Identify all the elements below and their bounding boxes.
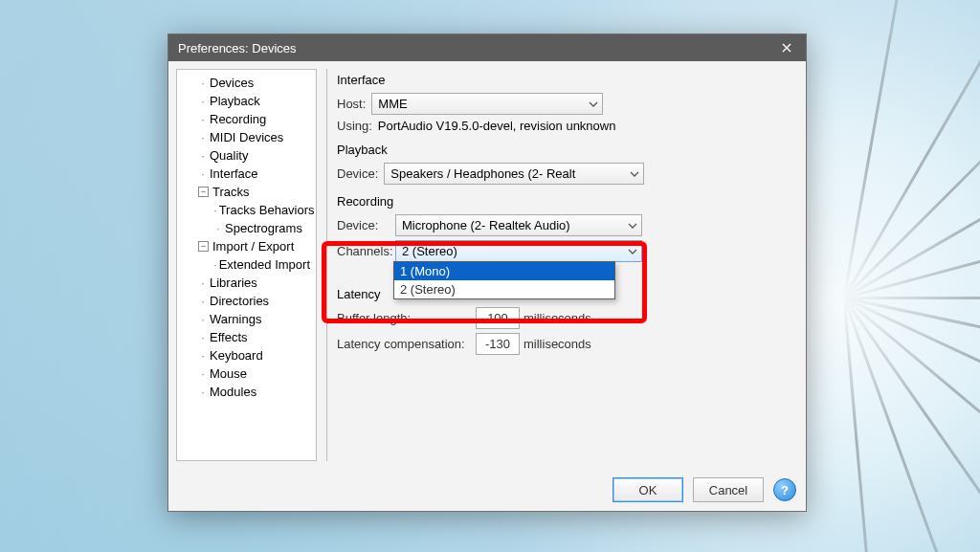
latency-comp-input[interactable]: -130: [476, 333, 520, 355]
tree-item-effects[interactable]: ·Effects: [177, 328, 316, 346]
tree-item-label: Mouse: [210, 366, 247, 381]
tree-item-keyboard[interactable]: ·Keyboard: [177, 346, 316, 364]
playback-device-select[interactable]: Speakers / Headphones (2- Realt: [384, 163, 644, 185]
tree-item-label: Interface: [210, 166, 258, 181]
latency-comp-unit: milliseconds: [523, 337, 591, 351]
tree-item-label: Recording: [210, 112, 266, 126]
tree-item-directories[interactable]: ·Directories: [177, 292, 316, 310]
tree-item-label: Extended Import: [219, 257, 310, 272]
ok-button[interactable]: OK: [612, 477, 683, 502]
tree-item-spectrograms[interactable]: ·Spectrograms: [177, 219, 316, 237]
tree-item-label: MIDI Devices: [210, 130, 283, 144]
buffer-length-unit: milliseconds: [523, 311, 591, 325]
ok-label: OK: [639, 483, 657, 497]
tree-item-midi-devices[interactable]: ·MIDI Devices: [177, 128, 316, 146]
channels-dropdown[interactable]: 1 (Mono) 2 (Stereo): [393, 261, 615, 299]
tree-item-tracks[interactable]: −Tracks: [177, 183, 316, 201]
recording-device-label: Device:: [337, 218, 390, 232]
tree-item-label: Playback: [210, 94, 260, 108]
chevron-down-icon: [589, 99, 598, 109]
collapse-icon[interactable]: −: [198, 241, 209, 252]
chevron-down-icon: [628, 221, 637, 231]
tree-item-label: Tracks Behaviors: [219, 203, 315, 217]
tree-item-recording[interactable]: ·Recording: [177, 110, 316, 128]
tree-item-import-export[interactable]: −Import / Export: [177, 237, 316, 255]
buffer-length-label: Buffer length:: [337, 311, 466, 325]
latency-comp-label: Latency compensation:: [337, 337, 466, 351]
group-title: Playback: [337, 143, 798, 157]
recording-device-value: Microphone (2- Realtek Audio): [402, 218, 570, 232]
using-value: PortAudio V19.5.0-devel, revision unknow…: [378, 119, 616, 133]
channels-option-stereo[interactable]: 2 (Stereo): [394, 280, 614, 298]
collapse-icon[interactable]: −: [198, 187, 209, 197]
titlebar[interactable]: Preferences: Devices: [168, 34, 806, 61]
preferences-dialog: Preferences: Devices ·Devices·Playback·R…: [167, 33, 807, 512]
window-title: Preferences: Devices: [178, 41, 297, 55]
chevron-down-icon: [628, 247, 637, 256]
channels-label: Channels:: [337, 244, 390, 258]
playback-device-value: Speakers / Headphones (2- Realt: [390, 166, 575, 181]
channels-value: 2 (Stereo): [402, 244, 457, 258]
tree-item-libraries[interactable]: ·Libraries: [177, 274, 316, 292]
channels-select[interactable]: 2 (Stereo): [395, 240, 642, 262]
category-tree[interactable]: ·Devices·Playback·Recording·MIDI Devices…: [176, 69, 317, 461]
group-title: Interface: [337, 73, 798, 87]
tree-item-label: Libraries: [210, 276, 257, 290]
tree-item-label: Spectrograms: [225, 221, 302, 235]
cancel-button[interactable]: Cancel: [693, 477, 764, 502]
tree-item-quality[interactable]: ·Quality: [177, 146, 316, 165]
tree-item-devices[interactable]: ·Devices: [177, 74, 316, 92]
using-label: Using:: [337, 119, 372, 133]
cancel-label: Cancel: [709, 483, 747, 497]
settings-panel: Interface Host: MME Using: PortAudio V19…: [326, 69, 798, 461]
host-select[interactable]: MME: [371, 93, 603, 115]
close-button[interactable]: [768, 34, 806, 61]
group-title: Recording: [337, 194, 798, 209]
tree-item-interface[interactable]: ·Interface: [177, 165, 316, 183]
help-button[interactable]: ?: [773, 478, 796, 501]
tree-item-label: Import / Export: [212, 239, 294, 254]
tree-item-warnings[interactable]: ·Warnings: [177, 310, 316, 328]
tree-item-label: Directories: [210, 294, 269, 308]
group-interface: Interface Host: MME Using: PortAudio V19…: [337, 73, 798, 133]
tree-item-extended-import[interactable]: ·Extended Import: [177, 255, 316, 274]
dialog-footer: OK Cancel ?: [168, 469, 806, 511]
host-label: Host:: [337, 97, 366, 111]
group-playback: Playback Device: Speakers / Headphones (…: [337, 143, 798, 185]
host-value: MME: [378, 97, 407, 111]
tree-item-playback[interactable]: ·Playback: [177, 92, 316, 110]
tree-item-label: Tracks: [212, 185, 250, 199]
tree-item-tracks-behaviors[interactable]: ·Tracks Behaviors: [177, 201, 316, 219]
tree-item-label: Keyboard: [210, 348, 263, 363]
group-recording: Recording Device: Microphone (2- Realtek…: [337, 194, 798, 262]
help-icon: ?: [781, 483, 789, 497]
playback-device-label: Device:: [337, 166, 378, 181]
channels-option-mono[interactable]: 1 (Mono): [394, 262, 614, 280]
tree-item-label: Effects: [210, 330, 248, 344]
latency-comp-value: -130: [485, 337, 510, 351]
buffer-length-input[interactable]: 100: [476, 307, 520, 329]
tree-item-label: Modules: [210, 385, 256, 399]
close-icon: [782, 43, 791, 53]
tree-item-label: Warnings: [210, 312, 261, 326]
recording-device-select[interactable]: Microphone (2- Realtek Audio): [395, 214, 642, 236]
tree-item-label: Quality: [210, 148, 248, 163]
tree-item-label: Devices: [210, 76, 254, 90]
buffer-length-value: 100: [487, 311, 508, 325]
tree-item-mouse[interactable]: ·Mouse: [177, 364, 316, 383]
chevron-down-icon: [630, 169, 639, 179]
tree-item-modules[interactable]: ·Modules: [177, 383, 316, 401]
